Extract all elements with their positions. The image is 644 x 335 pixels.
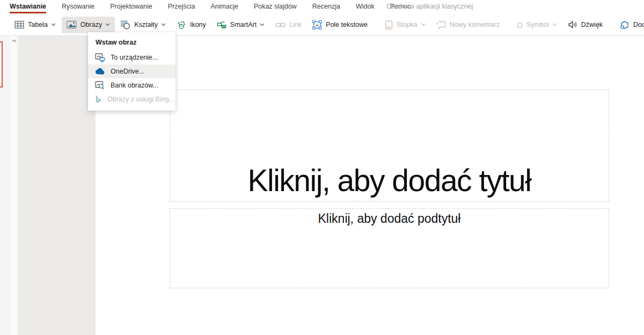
menu-item-label: Bank obrazów... bbox=[111, 82, 158, 89]
scroll-up-icon[interactable] bbox=[11, 37, 17, 45]
link-button-label: Link bbox=[289, 21, 302, 28]
onedrive-icon bbox=[95, 68, 105, 75]
svg-text:A: A bbox=[316, 22, 319, 28]
device-image-icon bbox=[95, 53, 105, 62]
pictures-button[interactable]: Obrazy bbox=[62, 17, 115, 33]
textbox-button[interactable]: A Pole tekstowe bbox=[308, 17, 372, 33]
addins-button-label: Dodatki bbox=[633, 21, 644, 28]
open-in-desktop-app-button[interactable]: Otwórz w aplikacji klasycznej bbox=[386, 3, 473, 10]
chevron-down-icon bbox=[260, 23, 265, 26]
menu-item-label: Obrazy z usługi Bing... bbox=[107, 96, 174, 103]
smartart-button-label: SmartArt bbox=[230, 21, 257, 28]
textbox-icon: A bbox=[312, 20, 322, 30]
menu-item-bing-images: Obrazy z usługi Bing... bbox=[88, 92, 175, 106]
insert-picture-dropdown: Wstaw obraz To urządzenie... OneDrive...… bbox=[88, 32, 175, 111]
icons-button[interactable]: Ikony bbox=[172, 17, 211, 33]
subtitle-placeholder[interactable]: Kliknij, aby dodać podtytuł bbox=[170, 208, 609, 288]
title-placeholder[interactable]: Kliknij, aby dodać tytuł bbox=[170, 90, 609, 202]
omega-icon: Ω bbox=[517, 20, 523, 30]
slide-thumbnail-selected[interactable] bbox=[0, 41, 3, 88]
menu-item-label: To urządzenie... bbox=[111, 54, 158, 61]
chevron-down-icon bbox=[421, 23, 426, 26]
tab-animacje[interactable]: Animacje bbox=[210, 0, 238, 12]
tab-pokaz-slajdow[interactable]: Pokaz slajdów bbox=[254, 0, 297, 12]
tab-rysowanie[interactable]: Rysowanie bbox=[62, 0, 94, 12]
link-button: Link bbox=[270, 17, 306, 33]
smartart-icon bbox=[217, 20, 226, 29]
shapes-button-label: Kształty bbox=[134, 21, 158, 28]
audio-button-label: Dźwięk bbox=[581, 21, 603, 28]
table-button[interactable]: Tabela bbox=[10, 17, 61, 33]
tab-widok[interactable]: Widok bbox=[356, 0, 375, 12]
chevron-down-icon bbox=[552, 23, 557, 26]
dropdown-header: Wstaw obraz bbox=[88, 38, 175, 50]
icons-button-label: Ikony bbox=[190, 21, 206, 28]
menu-item-onedrive[interactable]: OneDrive... bbox=[88, 64, 175, 78]
chevron-down-icon bbox=[51, 23, 56, 26]
thumbnail-scrollbar[interactable] bbox=[11, 36, 18, 335]
title-placeholder-text: Kliknij, aby dodać tytuł bbox=[248, 163, 531, 198]
new-comment-button-label: Nowy komentarz bbox=[450, 21, 500, 28]
footer-button: Stopka bbox=[380, 17, 430, 33]
table-icon bbox=[14, 20, 24, 29]
ribbon-tab-bar: Wstawianie Rysowanie Projektowanie Przej… bbox=[0, 0, 644, 14]
textbox-button-label: Pole tekstowe bbox=[326, 21, 368, 28]
new-comment-button: Nowy komentarz bbox=[431, 17, 504, 33]
symbol-button-label: Symbol bbox=[526, 21, 549, 28]
addins-icon bbox=[620, 20, 630, 30]
audio-button[interactable]: Dźwięk bbox=[563, 17, 608, 33]
table-button-label: Tabela bbox=[28, 21, 48, 28]
pictures-button-label: Obrazy bbox=[80, 21, 102, 28]
slide-thumbnail-panel bbox=[0, 36, 11, 335]
smartart-button[interactable]: SmartArt bbox=[212, 17, 269, 33]
shapes-icon bbox=[121, 20, 130, 30]
symbol-button: Ω Symbol bbox=[512, 17, 562, 33]
menu-item-label: OneDrive... bbox=[111, 68, 144, 75]
subtitle-placeholder-text: Kliknij, aby dodać podtytuł bbox=[318, 212, 461, 226]
menu-item-stock-images[interactable]: Bank obrazów... bbox=[88, 78, 175, 92]
canvas-margin bbox=[18, 36, 96, 335]
comment-icon bbox=[436, 20, 446, 29]
tab-przejscia[interactable]: Przejścia bbox=[168, 0, 195, 12]
footer-icon bbox=[385, 20, 393, 30]
tab-projektowanie[interactable]: Projektowanie bbox=[110, 0, 152, 12]
link-icon bbox=[275, 22, 286, 28]
picture-icon bbox=[67, 20, 77, 29]
powerpoint-web-window: Wstawianie Rysowanie Projektowanie Przej… bbox=[0, 0, 644, 335]
bing-icon bbox=[95, 95, 102, 104]
chevron-down-icon bbox=[161, 23, 166, 26]
chevron-down-icon bbox=[105, 23, 110, 26]
shapes-button[interactable]: Kształty bbox=[116, 17, 171, 33]
footer-button-label: Stopka bbox=[397, 21, 418, 28]
tab-wstawianie[interactable]: Wstawianie bbox=[10, 0, 46, 13]
addins-button[interactable]: Dodatki bbox=[615, 17, 644, 33]
icons-icon bbox=[177, 20, 186, 30]
tab-recenzja[interactable]: Recenzja bbox=[312, 0, 340, 12]
speaker-icon bbox=[568, 20, 577, 29]
stock-images-icon bbox=[95, 81, 105, 90]
menu-item-this-device[interactable]: To urządzenie... bbox=[88, 50, 175, 64]
